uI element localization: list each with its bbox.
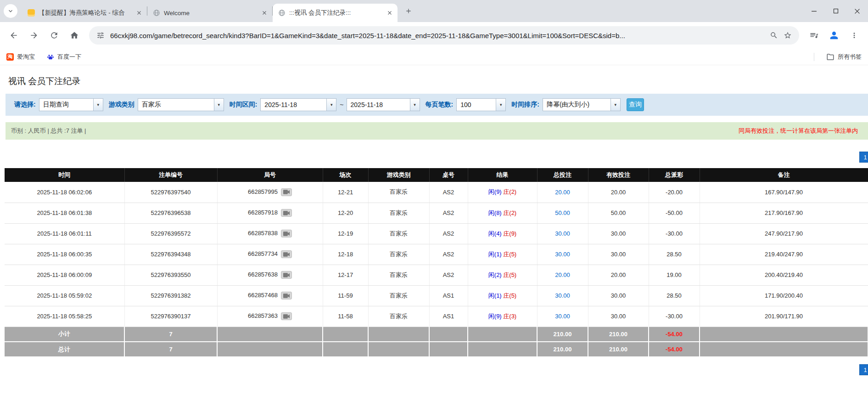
- subtotal-total-bet-cell: 210.00: [537, 327, 588, 342]
- round-cell: 662857838: [217, 223, 323, 244]
- tab-close-icon[interactable]: [135, 9, 143, 17]
- valid-bet-cell: 50.00: [588, 203, 649, 223]
- banker-result: 庄(3): [503, 313, 516, 320]
- globe-favicon-icon: [153, 9, 160, 17]
- video-replay-icon[interactable]: [281, 292, 292, 299]
- page-size-label: 每页笔数:: [426, 101, 454, 109]
- empty-cell: [323, 342, 368, 357]
- site-settings-icon[interactable]: [96, 31, 105, 40]
- empty-cell: [468, 327, 537, 342]
- table-no-cell: AS1: [429, 306, 468, 327]
- back-button[interactable]: [5, 26, 23, 45]
- zoom-icon[interactable]: [770, 31, 778, 40]
- all-bookmarks-button[interactable]: 所有书签: [826, 53, 862, 61]
- total-bet-link[interactable]: 30.00: [555, 251, 570, 258]
- game-type-cell: 百家乐: [368, 182, 429, 203]
- valid-bet-cell: 20.00: [588, 265, 649, 285]
- new-tab-button[interactable]: [402, 5, 415, 17]
- table-no-cell: AS2: [429, 265, 468, 285]
- bookmarks-bar: 淘 爱淘宝 百度一下 所有书签: [0, 49, 868, 65]
- chevron-down-icon[interactable]: ▾: [410, 99, 420, 111]
- table-no-cell: AS2: [429, 182, 468, 203]
- game-type-label: 游戏类别: [109, 101, 134, 109]
- total-bet-cell[interactable]: 20.00: [537, 265, 588, 285]
- chevron-down-icon[interactable]: ▾: [326, 99, 336, 111]
- forward-button[interactable]: [25, 26, 43, 45]
- total-bet-link[interactable]: 30.00: [555, 230, 570, 237]
- bet-record-row: 2025-11-18 06:00:35522976394348662857734…: [5, 244, 868, 265]
- table-no-cell: AS2: [429, 223, 468, 244]
- bookmark-star-icon[interactable]: [784, 31, 792, 40]
- video-replay-icon[interactable]: [281, 271, 292, 279]
- page-1-button[interactable]: 1: [859, 152, 868, 163]
- chevron-down-icon[interactable]: ▾: [610, 99, 620, 111]
- tab-close-icon[interactable]: [260, 9, 269, 17]
- video-replay-icon[interactable]: [281, 209, 292, 217]
- chevron-down-icon[interactable]: ▾: [93, 99, 103, 111]
- total-bet-cell[interactable]: 50.00: [537, 203, 588, 223]
- bookmarks-divider: [814, 53, 814, 61]
- search-button[interactable]: 查询: [627, 98, 644, 111]
- game-type-select[interactable]: 百家乐 ▾: [138, 98, 224, 111]
- total-bet-link[interactable]: 30.00: [555, 292, 570, 299]
- total-bet-link[interactable]: 50.00: [555, 209, 570, 216]
- time-cell: 2025-11-18 05:58:25: [5, 306, 124, 327]
- bookmark-label: 百度一下: [57, 53, 81, 61]
- total-bet-link[interactable]: 20.00: [555, 271, 570, 278]
- minimize-button[interactable]: [803, 2, 825, 20]
- column-header: 总投注: [537, 168, 588, 182]
- video-replay-icon[interactable]: [281, 230, 292, 237]
- total-bet-link[interactable]: 30.00: [555, 313, 570, 320]
- media-controls-icon[interactable]: [805, 26, 823, 45]
- payout-cell: 28.50: [649, 244, 700, 265]
- bookmark-aitaobao[interactable]: 淘 爱淘宝: [6, 53, 35, 61]
- total-bet-cell[interactable]: 20.00: [537, 182, 588, 203]
- url-text[interactable]: 66cxkj98.com/game/betrecord_search/kind3…: [110, 32, 764, 40]
- video-replay-icon[interactable]: [281, 250, 292, 258]
- payout-cell: -30.00: [649, 306, 700, 327]
- tab-search-button[interactable]: [4, 4, 17, 18]
- profile-icon[interactable]: [825, 26, 843, 45]
- subtotal-count-cell: 7: [124, 327, 217, 342]
- total-bet-cell[interactable]: 30.00: [537, 244, 588, 265]
- video-replay-icon[interactable]: [281, 188, 292, 196]
- chevron-down-icon[interactable]: ▾: [214, 99, 224, 111]
- player-result: 闲(1): [488, 292, 502, 299]
- sort-select[interactable]: 降幂(由大到小) ▾: [543, 98, 621, 111]
- chevron-down-icon[interactable]: ▾: [496, 99, 505, 111]
- folder-icon: [826, 53, 834, 61]
- address-bar[interactable]: 66cxkj98.com/game/betrecord_search/kind3…: [89, 26, 799, 45]
- tab-close-icon[interactable]: [386, 9, 394, 17]
- column-header: 总派彩: [649, 168, 700, 182]
- round-cell: 662857995: [217, 182, 323, 203]
- maximize-button[interactable]: [825, 2, 846, 20]
- tab-forum[interactable]: 【新提醒】海燕策略论坛 - 综合: [22, 4, 147, 22]
- reload-button[interactable]: [45, 26, 63, 45]
- total-bet-cell[interactable]: 30.00: [537, 223, 588, 244]
- tab-bet-records[interactable]: :::视讯 会员下注纪录:::: [273, 4, 398, 22]
- total-bet-link[interactable]: 20.00: [555, 189, 570, 196]
- time-cell: 2025-11-18 06:00:35: [5, 244, 124, 265]
- home-button[interactable]: [65, 26, 84, 45]
- total-bet-cell[interactable]: 30.00: [537, 306, 588, 327]
- bet-record-row: 2025-11-18 06:02:06522976397540662857995…: [5, 182, 868, 203]
- total-label-cell: 总计: [5, 342, 124, 357]
- video-replay-icon[interactable]: [281, 312, 292, 320]
- time-cell: 2025-11-18 06:01:11: [5, 223, 124, 244]
- total-total-bet-cell: 210.00: [537, 342, 588, 357]
- result-cell: 闲(9) 庄(2): [468, 182, 537, 203]
- page-1-button-bottom[interactable]: 1: [859, 364, 868, 375]
- session-cell: 12-21: [323, 182, 368, 203]
- page-content: 视讯 会员下注纪录 请选择: 日期查询 ▾ 游戏类别 百家乐 ▾ 时间区间: 2…: [0, 75, 868, 375]
- close-window-button[interactable]: [846, 2, 868, 20]
- bookmark-baidu[interactable]: 百度一下: [47, 53, 81, 61]
- browser-chrome: 【新提醒】海燕策略论坛 - 综合 Welcome :::视讯 会员下注纪录:::: [0, 0, 868, 65]
- page-size-select[interactable]: 100 ▾: [456, 98, 506, 111]
- result-cell: 闲(9) 庄(3): [468, 306, 537, 327]
- tab-welcome[interactable]: Welcome: [147, 4, 272, 22]
- date-start-select[interactable]: 2025-11-18 ▾: [260, 98, 336, 111]
- menu-icon[interactable]: [845, 26, 863, 45]
- query-type-select[interactable]: 日期查询 ▾: [39, 98, 103, 111]
- total-bet-cell[interactable]: 30.00: [537, 285, 588, 306]
- date-end-select[interactable]: 2025-11-18 ▾: [347, 98, 420, 111]
